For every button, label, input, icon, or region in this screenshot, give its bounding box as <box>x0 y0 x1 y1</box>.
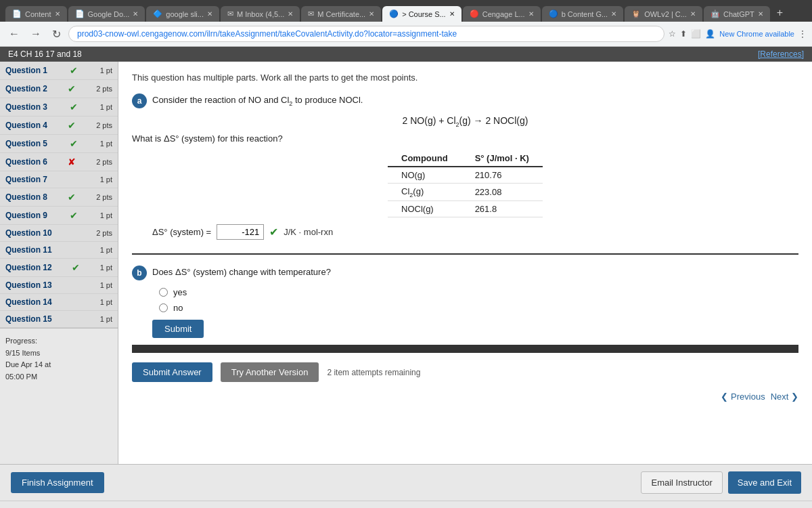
answer-input[interactable] <box>217 224 264 240</box>
q15-pts: 1 pt <box>100 315 112 323</box>
references-link[interactable]: [References] <box>758 49 804 59</box>
sidebar-item-q6[interactable]: Question 6 ✘ 2 pts <box>0 153 118 171</box>
option-yes[interactable]: yes <box>159 287 798 297</box>
q11-label: Question 11 <box>5 245 52 255</box>
table-row-cl2: Cl2(g) 223.08 <box>388 183 543 201</box>
tab-cengage[interactable]: 🔴 Cengage L... ✕ <box>463 6 541 22</box>
q10-label: Question 10 <box>5 228 52 238</box>
try-another-button[interactable]: Try Another Version <box>221 362 319 382</box>
add-tab-button[interactable]: + <box>771 4 788 22</box>
section-divider <box>132 253 798 255</box>
tab-content-g[interactable]: 🔵 b Content G... ✕ <box>542 6 623 22</box>
sidebar-item-q9[interactable]: Question 9 ✔ 1 pt <box>0 207 118 225</box>
back-button[interactable]: ← <box>5 26 23 41</box>
radio-no[interactable] <box>159 303 168 312</box>
refresh-button[interactable]: ↻ <box>49 26 64 42</box>
sidebar-item-q12[interactable]: Question 12 ✔ 1 pt <box>0 259 118 277</box>
tab-course[interactable]: 🔵 > Course S... ✕ <box>382 6 461 22</box>
radio-group: yes no <box>159 287 798 313</box>
tab-owlv2[interactable]: 🦉 OWLv2 | C... ✕ <box>625 6 702 22</box>
part-a-label: a <box>132 93 147 108</box>
save-exit-button[interactable]: Save and Exit <box>728 471 801 494</box>
tab-google-doc[interactable]: 📄 Google Do... ✕ <box>68 6 145 22</box>
radio-yes[interactable] <box>159 288 168 297</box>
sidebar-item-q2[interactable]: Question 2 ✔ 2 pts <box>0 80 118 98</box>
q5-label: Question 5 <box>5 139 47 148</box>
q9-status-icon: ✔ <box>70 210 78 221</box>
multi-parts-note: This question has multiple parts. Work a… <box>132 72 798 83</box>
main-layout: Question 1 ✔ 1 pt Question 2 ✔ 2 pts Que… <box>0 62 812 464</box>
progress-bar-container <box>132 345 798 353</box>
submit-button[interactable]: Submit <box>152 320 204 338</box>
previous-button[interactable]: Previous <box>721 391 765 402</box>
email-instructor-button[interactable]: Email Instructor <box>641 471 722 494</box>
new-chrome-label: New Chrome available <box>719 30 794 38</box>
checkmark-icon: ✔ <box>269 226 278 238</box>
window-icon[interactable]: ⬜ <box>691 29 701 39</box>
submit-answer-button[interactable]: Submit Answer <box>132 362 212 382</box>
tab-chatgpt[interactable]: 🤖 ChatGPT ✕ <box>704 6 770 22</box>
q13-label: Question 13 <box>5 280 52 290</box>
part-a-question: What is ΔS° (system) for this reaction? <box>132 133 798 144</box>
sidebar-item-q10[interactable]: Question 10 2 pts <box>0 225 118 242</box>
sidebar-item-q1[interactable]: Question 1 ✔ 1 pt <box>0 62 118 80</box>
q4-pts: 2 pts <box>96 121 112 129</box>
sidebar-item-q4[interactable]: Question 4 ✔ 2 pts <box>0 117 118 135</box>
q2-status-icon: ✔ <box>68 83 76 94</box>
q2-label: Question 2 <box>5 84 47 93</box>
unit-text: J/K · mol-rxn <box>284 227 333 237</box>
q8-pts: 2 pts <box>96 193 112 201</box>
bottom-right-buttons: Email Instructor Save and Exit <box>641 471 801 494</box>
sidebar-item-q14[interactable]: Question 14 1 pt <box>0 294 118 311</box>
q4-label: Question 4 <box>5 121 47 130</box>
previous-label: Previous <box>731 391 765 402</box>
table-row-no: NO(g) 210.76 <box>388 167 543 184</box>
tab-inbox[interactable]: ✉ M Inbox (4,5... ✕ <box>221 6 300 22</box>
bottom-actions: Submit Answer Try Another Version 2 item… <box>132 362 798 382</box>
app-wrapper: E4 CH 16 17 and 18 [References] Question… <box>0 47 812 501</box>
equation: 2 NO(g) + Cl2(g) → 2 NOCl(g) <box>132 115 798 128</box>
q11-pts: 1 pt <box>100 246 112 254</box>
browser-chrome: 📄 Content ✕ 📄 Google Do... ✕ 🔷 google sl… <box>0 0 812 22</box>
sidebar-item-q11[interactable]: Question 11 1 pt <box>0 242 118 259</box>
tab-google-slides[interactable]: 🔷 google sli... ✕ <box>146 6 219 22</box>
q9-label: Question 9 <box>5 211 47 220</box>
sidebar-item-q13[interactable]: Question 13 1 pt <box>0 277 118 294</box>
q7-pts: 1 pt <box>100 175 112 184</box>
nav-actions: ☆ ⬆ ⬜ 👤 New Chrome available ⋮ <box>669 29 807 39</box>
attempts-text: 2 item attempts remaining <box>327 368 420 377</box>
progress-value: 9/15 Items <box>5 347 112 360</box>
q12-label: Question 12 <box>5 263 52 272</box>
bottom-bar: Finish Assignment Email Instructor Save … <box>0 464 812 501</box>
q2-pts: 2 pts <box>96 85 112 93</box>
sidebar-item-q15[interactable]: Question 15 1 pt <box>0 311 118 328</box>
nav-footer: Previous Next <box>132 391 798 402</box>
part-b-label: b <box>132 266 147 280</box>
bookmark-icon[interactable]: ☆ <box>669 29 676 39</box>
answer-label: ΔS° (system) = <box>152 227 211 237</box>
option-no[interactable]: no <box>159 303 798 313</box>
sidebar: Question 1 ✔ 1 pt Question 2 ✔ 2 pts Que… <box>0 62 118 464</box>
q14-pts: 1 pt <box>100 298 112 306</box>
sidebar-item-q5[interactable]: Question 5 ✔ 1 pt <box>0 135 118 153</box>
tab-content[interactable]: 📄 Content ✕ <box>5 6 67 22</box>
share-icon[interactable]: ⬆ <box>680 29 687 39</box>
table-row-nocl: NOCl(g) 261.8 <box>388 201 543 217</box>
q9-pts: 1 pt <box>100 211 112 219</box>
progress-due-label: Due Apr 14 at <box>5 359 112 371</box>
sidebar-item-q7[interactable]: Question 7 1 pt <box>0 171 118 188</box>
next-button[interactable]: Next <box>771 391 798 402</box>
compound-table: Compound S° (J/mol · K) NO(g) 210.76 Cl2… <box>388 150 543 218</box>
forward-button[interactable]: → <box>27 26 45 41</box>
sidebar-item-q8[interactable]: Question 8 ✔ 2 pts <box>0 188 118 207</box>
q6-status-icon: ✘ <box>68 156 76 167</box>
part-b-question: Does ΔS° (system) change with temperatur… <box>152 266 331 279</box>
tab-certificate[interactable]: ✉ M Certificate... ✕ <box>301 6 381 22</box>
menu-icon[interactable]: ⋮ <box>798 29 807 39</box>
address-bar[interactable]: prod03-cnow-owl.cengagenow.com/ilrn/take… <box>68 26 664 42</box>
progress-bar-fill <box>132 345 798 353</box>
sidebar-item-q3[interactable]: Question 3 ✔ 1 pt <box>0 98 118 117</box>
profile-icon[interactable]: 👤 <box>705 29 715 39</box>
finish-assignment-button[interactable]: Finish Assignment <box>11 472 104 493</box>
option-yes-label: yes <box>173 287 187 297</box>
